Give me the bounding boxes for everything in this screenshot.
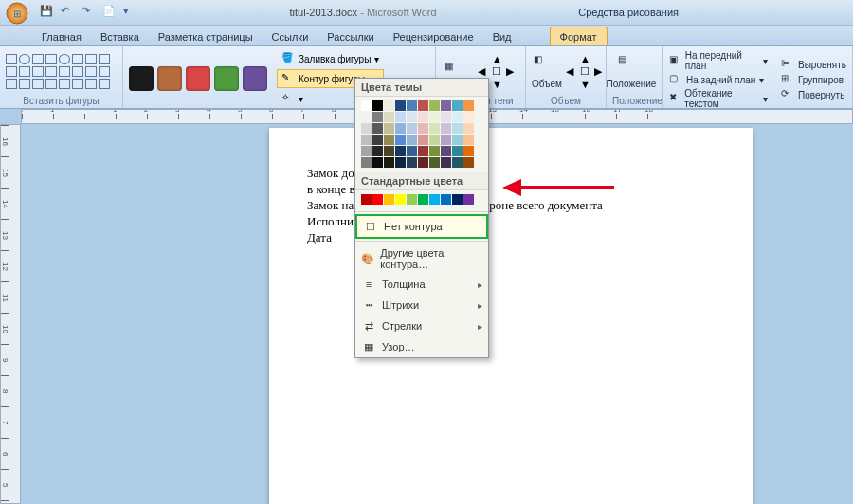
shape-fill-button[interactable]: 🪣 Заливка фигуры▾ (277, 49, 384, 68)
tab-insert[interactable]: Вставка (91, 27, 149, 45)
nudge-cluster-3d[interactable]: ▲◀☐▶▼ (566, 53, 608, 90)
color-swatch[interactable] (361, 135, 372, 145)
color-swatch[interactable] (372, 112, 383, 122)
theme-colors-grid[interactable] (355, 97, 488, 172)
color-swatch[interactable] (441, 135, 451, 145)
color-swatch[interactable] (452, 194, 463, 205)
color-swatch[interactable] (429, 194, 440, 205)
color-swatch[interactable] (429, 123, 440, 134)
color-swatch[interactable] (463, 100, 474, 111)
color-swatch[interactable] (429, 112, 440, 122)
color-swatch[interactable] (418, 146, 428, 156)
dd-no-outline[interactable]: ☐ Нет контура (355, 214, 488, 239)
color-swatch[interactable] (407, 194, 417, 205)
color-swatch[interactable] (361, 112, 372, 122)
style-swatch[interactable] (129, 66, 154, 91)
color-swatch[interactable] (395, 157, 406, 168)
color-swatch[interactable] (395, 112, 406, 122)
tab-mailings[interactable]: Рассылки (318, 27, 383, 45)
volume-button[interactable]: ◧ Объем (532, 54, 562, 89)
bring-front-button[interactable]: ▣На передний план▾ (669, 49, 768, 72)
dd-pattern[interactable]: ▦ Узор… (355, 336, 488, 357)
color-swatch[interactable] (441, 157, 451, 168)
color-swatch[interactable] (372, 100, 383, 111)
text-wrap-button[interactable]: ✖Обтекание текстом▾ (669, 87, 768, 110)
color-swatch[interactable] (395, 146, 406, 156)
position-button[interactable]: ▤ Положение (612, 54, 650, 89)
rotate-button[interactable]: ⟳Повернуть (781, 87, 846, 102)
color-swatch[interactable] (441, 112, 451, 122)
color-swatch[interactable] (395, 135, 406, 145)
color-swatch[interactable] (418, 157, 428, 168)
color-swatch[interactable] (441, 100, 451, 111)
color-swatch[interactable] (361, 123, 372, 134)
color-swatch[interactable] (463, 157, 474, 168)
color-swatch[interactable] (384, 157, 394, 168)
color-swatch[interactable] (463, 112, 474, 122)
color-swatch[interactable] (418, 135, 428, 145)
color-swatch[interactable] (384, 112, 394, 122)
office-button[interactable]: ⊞ (4, 0, 36, 26)
color-swatch[interactable] (418, 123, 428, 134)
ruler-vertical[interactable]: 16151413121110987654321 (0, 124, 21, 504)
color-swatch[interactable] (407, 146, 417, 156)
color-swatch[interactable] (407, 135, 417, 145)
color-swatch[interactable] (372, 146, 383, 156)
save-icon[interactable]: 💾 (40, 5, 55, 20)
color-swatch[interactable] (395, 100, 406, 111)
dd-more-colors[interactable]: 🎨 Другие цвета контура… (355, 243, 488, 274)
standard-colors-row[interactable] (355, 190, 488, 209)
color-swatch[interactable] (418, 100, 428, 111)
color-swatch[interactable] (384, 146, 394, 156)
color-swatch[interactable] (463, 135, 474, 145)
color-swatch[interactable] (463, 123, 474, 134)
tab-page-layout[interactable]: Разметка страницы (149, 27, 263, 45)
color-swatch[interactable] (452, 157, 463, 168)
color-swatch[interactable] (429, 135, 440, 145)
tab-view[interactable]: Вид (483, 27, 521, 45)
color-swatch[interactable] (452, 135, 463, 145)
color-swatch[interactable] (429, 100, 440, 111)
dd-weight[interactable]: ≡ Толщина▸ (355, 274, 488, 295)
redo-icon[interactable]: ↷ (82, 5, 97, 20)
qat-dropdown-icon[interactable]: ▾ (123, 5, 138, 20)
style-swatch[interactable] (243, 66, 267, 91)
color-swatch[interactable] (441, 146, 451, 156)
print-preview-icon[interactable]: 📄 (102, 5, 118, 20)
shapes-gallery[interactable] (6, 54, 111, 90)
tab-review[interactable]: Рецензирование (384, 27, 483, 45)
color-swatch[interactable] (384, 135, 394, 145)
color-swatch[interactable] (372, 157, 383, 168)
color-swatch[interactable] (441, 194, 451, 205)
undo-icon[interactable]: ↶ (61, 5, 76, 20)
color-swatch[interactable] (418, 112, 428, 122)
color-swatch[interactable] (463, 146, 474, 156)
style-swatch[interactable] (157, 66, 182, 91)
align-button[interactable]: ⊫Выровнять (781, 57, 846, 72)
color-swatch[interactable] (395, 123, 406, 134)
color-swatch[interactable] (361, 146, 372, 156)
color-swatch[interactable] (452, 112, 463, 122)
group-button[interactable]: ⊞Группиров (781, 72, 846, 87)
color-swatch[interactable] (407, 157, 417, 168)
color-swatch[interactable] (361, 100, 372, 111)
style-swatch[interactable] (214, 66, 239, 91)
color-swatch[interactable] (407, 123, 417, 134)
color-swatch[interactable] (384, 100, 394, 111)
tab-format[interactable]: Формат (550, 27, 608, 45)
dd-arrows[interactable]: ⇄ Стрелки▸ (355, 315, 488, 336)
color-swatch[interactable] (372, 194, 383, 205)
color-swatch[interactable] (384, 194, 394, 205)
style-swatch[interactable] (186, 66, 210, 91)
color-swatch[interactable] (361, 194, 372, 205)
color-swatch[interactable] (372, 123, 383, 134)
color-swatch[interactable] (429, 157, 440, 168)
color-swatch[interactable] (361, 157, 372, 168)
color-swatch[interactable] (384, 123, 394, 134)
color-swatch[interactable] (395, 194, 406, 205)
color-swatch[interactable] (372, 135, 383, 145)
tab-references[interactable]: Ссылки (263, 27, 318, 45)
color-swatch[interactable] (407, 100, 417, 111)
send-back-button[interactable]: ▢На задний план▾ (669, 72, 768, 87)
color-swatch[interactable] (441, 123, 451, 134)
